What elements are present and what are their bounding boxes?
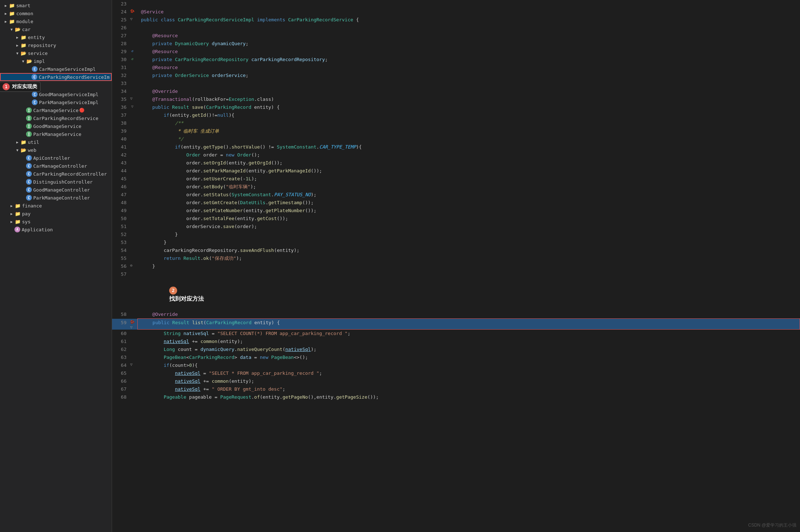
fold-icon[interactable]: ⊖ [130,263,133,268]
arrow-icon [20,59,26,63]
sidebar-item-util[interactable]: 📁 util [0,138,112,146]
table-row: 34 @Override [112,87,800,95]
sidebar-item-park-manage-service[interactable]: I ParkManageService [0,130,112,138]
table-row: 35 ▽ @Transactional(rollbackFor=Exceptio… [112,95,800,103]
line-number: 50 [112,215,130,223]
code-content: if(entity.getId()!=null){ [137,111,800,119]
sidebar-item-park-manage-service-impl[interactable]: C ParkManageServiceImpl [0,98,112,106]
table-row: 54 carParkingRecordRepository.saveAndFlu… [112,246,800,254]
annotation-1-text: 对应实现类 [12,83,37,90]
sidebar-item-car[interactable]: 📂 car [0,25,112,33]
sidebar-item-label: CarManageService [33,108,78,113]
table-row: 26 [112,24,800,32]
table-row: 49 order.setPlateNumber(entity.getPlateN… [112,207,800,215]
folder-icon: 📁 [9,3,15,8]
class-icon: C [26,171,32,177]
fold-icon[interactable]: ▽ [130,17,133,21]
sidebar-item-park-manage-controller[interactable]: C ParkManageController [0,194,112,202]
fold-icon[interactable]: ▽ [130,362,133,367]
code-content: public class CarParkingRecordServiceImpl… [137,16,800,24]
line-number: 52 [112,231,130,239]
line-number: 67 [112,385,130,393]
table-row: 53 } [112,239,800,246]
sidebar-item-pay[interactable]: 📁 pay [0,210,112,218]
sidebar-item-car-manage-service-impl[interactable]: C CarManageServiceImpl [0,65,112,73]
code-content: @Override [137,310,800,319]
sidebar-item-car-manage-controller[interactable]: C CarManageController [0,162,112,170]
code-editor[interactable]: 23 24 🫘 @Service 25 ▽ public class CarPa… [112,0,800,532]
table-row: 44 order.setParkManageId(entity.getParkM… [112,167,800,175]
code-content: order.setBody("临时车辆"); [137,183,800,191]
arrow-icon [14,148,20,152]
sidebar-item-finance[interactable]: 📁 finance [0,202,112,210]
fold-icon[interactable]: ▽ [130,325,133,330]
gutter [130,72,137,80]
code-content: @Resource [137,48,800,56]
gutter [130,32,137,40]
sidebar-item-entity[interactable]: 📁 entity [0,33,112,41]
folder-icon: 📂 [20,51,27,56]
code-content: private DynamicQuery dynamicQuery; [137,40,800,48]
sidebar-item-good-manage-controller[interactable]: C GoodManageController [0,186,112,194]
sidebar-item-label: CarManageServiceImpl [39,66,96,72]
fold-icon[interactable]: ▽ [130,96,133,101]
table-row: 50 order.setTotalFee(entity.getCost()); [112,215,800,223]
table-row: 38 /** [112,119,800,127]
code-content: @Service [137,8,800,16]
sidebar-item-car-parking-record-service-impl[interactable]: C CarParkingRecordServiceIm [0,73,112,81]
sidebar-item-label: web [28,147,36,153]
sidebar-item-label: pay [22,211,30,216]
file-tree: 📁 smart 📁 common 📁 module 📂 car 📁 entity… [0,0,112,532]
sidebar-item-smart[interactable]: 📁 smart [0,1,112,9]
line-number: 58 [112,310,130,319]
sidebar-item-label: module [16,19,33,24]
table-row: 29 ↺ @Resource [112,48,800,56]
line-number: 60 [112,330,130,338]
line-number: 35 [112,95,130,103]
gutter [130,223,137,231]
table-row: 60 String nativeSql = "SELECT COUNT(*) F… [112,330,800,338]
code-content: nativeSql += common(entity); [137,338,800,346]
sidebar-item-distinguish-controller[interactable]: C DistinguishController [0,178,112,186]
class-icon: C [26,155,32,161]
code-content: orderService.save(order); [137,223,800,231]
line-number: 49 [112,207,130,215]
arrow-icon [9,220,14,224]
sidebar-item-repository[interactable]: 📁 repository [0,41,112,49]
sidebar-item-common[interactable]: 📁 common [0,9,112,17]
table-row: 37 if(entity.getId()!=null){ [112,111,800,119]
gutter [130,330,137,338]
code-table: 23 24 🫘 @Service 25 ▽ public class CarPa… [112,0,800,401]
sidebar-item-impl[interactable]: 📂 impl [0,57,112,65]
sidebar-item-module[interactable]: 📁 module [0,17,112,25]
arrow-icon [3,20,9,23]
class-icon: C [26,179,32,185]
gutter [130,191,137,199]
folder-icon: 📂 [26,59,33,64]
code-content: order.setParkManageId(entity.getParkMana… [137,167,800,175]
sidebar-item-service[interactable]: 📂 service [0,49,112,57]
sidebar-item-api-controller[interactable]: C ApiController [0,154,112,162]
code-content: } [137,262,800,270]
table-row: 47 order.setStatus(SystemConstant.PAY_ST… [112,191,800,199]
gutter [130,254,137,262]
sidebar-item-application[interactable]: A Application [0,226,112,233]
app-icon: A [14,227,20,232]
line-number: 54 [112,246,130,254]
sidebar-item-car-parking-record-controller[interactable]: C CarParkingRecordController [0,170,112,178]
line-number: 34 [112,87,130,95]
sidebar-item-good-manage-service[interactable]: I GoodManageService [0,122,112,130]
gutter [130,215,137,223]
code-content: /** [137,119,800,127]
folder-icon: 📁 [20,43,27,48]
annotation-1-bubble: 1 [3,83,10,90]
sidebar-item-car-manage-service[interactable]: I CarManageService 🔴 [0,106,112,114]
line-number: 68 [112,393,130,401]
sidebar-item-sys[interactable]: 📁 sys [0,218,112,226]
gutter [130,0,137,8]
sidebar-item-web[interactable]: 📂 web [0,146,112,154]
arrow-icon [9,204,14,208]
sidebar-item-car-parking-record-service[interactable]: I CarParkingRecordService [0,114,112,122]
line-number: 48 [112,199,130,207]
sidebar-item-label: GoodManageService [33,124,81,129]
